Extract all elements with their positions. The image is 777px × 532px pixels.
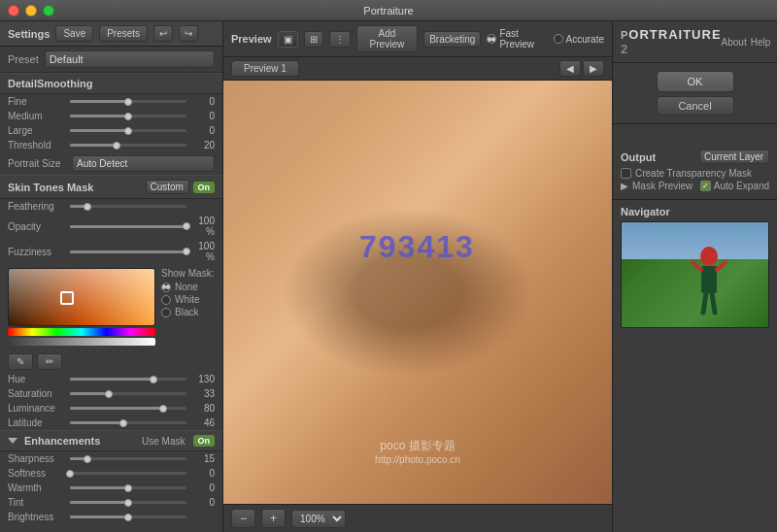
fuzziness-fill: [70, 250, 186, 253]
prev-button[interactable]: ◀: [559, 60, 581, 77]
settings-label: Settings: [8, 28, 50, 40]
multi-preview-btn[interactable]: ⋮: [329, 31, 351, 48]
create-transparency-label: Create Transparency Mask: [635, 168, 752, 179]
tint-thumb[interactable]: [124, 499, 132, 507]
navigator-label: Navigator: [621, 206, 769, 217]
help-button[interactable]: Help: [751, 37, 771, 48]
enhancements-collapse-icon[interactable]: [8, 438, 17, 444]
white-radio[interactable]: [161, 295, 171, 305]
undo-button[interactable]: ↩: [153, 25, 173, 42]
portrait-size-select[interactable]: Auto Detect: [72, 155, 215, 172]
add-preview-btn[interactable]: Add Preview: [356, 25, 419, 52]
preset-row: Preset Default: [0, 47, 222, 73]
svg-line-4: [703, 293, 706, 313]
redo-button[interactable]: ↪: [179, 25, 198, 42]
sharpness-track: [70, 457, 186, 460]
fuzziness-thumb[interactable]: [183, 248, 190, 255]
code-overlay: 793413: [359, 229, 475, 265]
next-button[interactable]: ▶: [583, 60, 604, 77]
fuzziness-row: Fuzziness 100 %: [0, 239, 222, 264]
fuzziness-value: 100 %: [190, 241, 215, 262]
auto-expand-checkbox[interactable]: ✓: [700, 181, 711, 191]
softness-thumb[interactable]: [66, 470, 74, 478]
zoom-select[interactable]: 100% 50% 200%: [291, 510, 346, 528]
output-section: Output Current Layer New Layer Create Tr…: [613, 144, 777, 200]
presets-button[interactable]: Presets: [99, 25, 148, 42]
window-controls[interactable]: [8, 5, 54, 17]
auto-expand-label: Auto Expand: [714, 181, 769, 191]
watermark-line2: http://photo.poco.cn: [375, 454, 460, 465]
medium-thumb[interactable]: [124, 113, 132, 120]
threshold-fill: [70, 144, 117, 147]
preview-tab-1[interactable]: Preview 1: [231, 60, 299, 77]
spacer: [613, 124, 777, 144]
sharpness-thumb[interactable]: [84, 455, 91, 463]
black-radio[interactable]: [161, 308, 171, 317]
mask-preview-label: Mask Preview: [632, 181, 696, 191]
saturation-thumb[interactable]: [105, 390, 113, 398]
warmth-fill: [70, 486, 128, 489]
preset-select[interactable]: Default: [45, 50, 215, 68]
brightness-fill: [70, 515, 128, 518]
eyedropper-btn-2[interactable]: ✏: [37, 353, 62, 370]
save-button[interactable]: Save: [55, 25, 93, 42]
saturation-row: Saturation 33: [0, 386, 222, 401]
show-mask-label: Show Mask:: [161, 268, 215, 279]
accurate-option[interactable]: Accurate: [554, 34, 604, 45]
auto-expand-row[interactable]: ✓ Auto Expand: [700, 181, 769, 191]
black-radio-row[interactable]: Black: [161, 306, 215, 318]
brightness-track: [70, 515, 186, 518]
fast-preview-option[interactable]: Fast Preview: [487, 28, 545, 50]
opacity-thumb[interactable]: [183, 222, 190, 230]
minimize-button[interactable]: [25, 5, 37, 17]
cancel-button[interactable]: Cancel: [657, 96, 734, 116]
single-preview-btn[interactable]: ▣: [278, 31, 298, 48]
white-radio-row[interactable]: White: [161, 293, 215, 306]
color-picker[interactable]: [8, 268, 155, 326]
saturation-bar[interactable]: [8, 338, 155, 346]
brightness-row: Brightness: [0, 510, 222, 524]
luminance-thumb[interactable]: [159, 405, 167, 413]
create-transparency-checkbox[interactable]: [621, 168, 631, 179]
brightness-thumb[interactable]: [124, 514, 132, 521]
close-button[interactable]: [8, 5, 19, 17]
medium-track: [70, 115, 186, 117]
none-radio[interactable]: [161, 283, 171, 292]
feathering-thumb[interactable]: [84, 203, 91, 211]
threshold-row: Threshold 20: [0, 138, 222, 152]
zoom-in-button[interactable]: +: [261, 509, 286, 528]
feathering-track: [70, 205, 186, 208]
accurate-radio[interactable]: [554, 34, 563, 44]
preview-bottom-bar: − + 100% 50% 200%: [223, 504, 612, 532]
tint-value: 0: [190, 497, 215, 508]
fast-radio[interactable]: [487, 34, 496, 44]
sharpness-value: 15: [190, 453, 215, 464]
latitude-thumb[interactable]: [119, 419, 127, 427]
navigator-image[interactable]: [621, 221, 769, 328]
right-header: PORTRAITURE 2 About Help: [613, 21, 777, 63]
bracketing-btn[interactable]: Bracketing: [423, 31, 481, 48]
ok-button[interactable]: OK: [657, 71, 734, 92]
fast-preview-label: Fast Preview: [499, 28, 545, 50]
none-radio-row[interactable]: None: [161, 281, 215, 293]
preset-label: Preset: [8, 53, 39, 65]
mask-preview-collapse-icon[interactable]: ▶: [621, 181, 628, 191]
large-thumb[interactable]: [124, 127, 132, 135]
hue-thumb[interactable]: [150, 376, 157, 383]
skin-tones-custom-select[interactable]: Custom: [146, 180, 189, 194]
about-button[interactable]: About: [722, 37, 747, 48]
mask-preview-row: ▶ Mask Preview ✓ Auto Expand: [621, 181, 769, 191]
split-preview-btn[interactable]: ⊞: [304, 31, 323, 48]
threshold-thumb[interactable]: [113, 142, 120, 150]
zoom-out-button[interactable]: −: [231, 509, 255, 528]
warmth-thumb[interactable]: [124, 484, 132, 492]
output-select[interactable]: Current Layer New Layer: [699, 150, 769, 164]
maximize-button[interactable]: [43, 5, 54, 17]
large-row: Large 0: [0, 123, 222, 138]
svg-point-0: [700, 247, 718, 266]
eyedropper-btn-1[interactable]: ✎: [8, 353, 33, 370]
hue-row: Hue 130: [0, 372, 222, 386]
fine-thumb[interactable]: [124, 98, 132, 106]
create-transparency-row[interactable]: Create Transparency Mask: [621, 168, 769, 179]
hue-bar[interactable]: [8, 328, 155, 336]
